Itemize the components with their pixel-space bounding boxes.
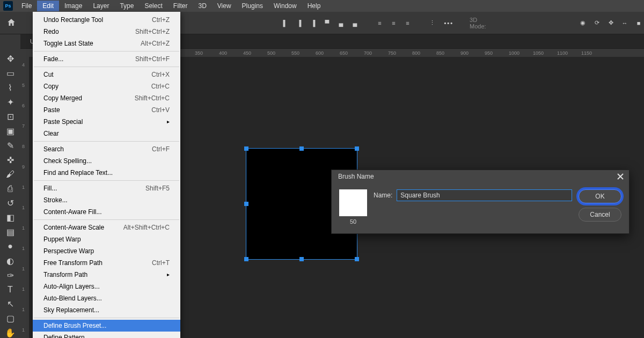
app-icon: Ps (3, 1, 13, 11)
menu-item-find-and-replace-text[interactable]: Find and Replace Text... (33, 167, 180, 179)
menu-view[interactable]: View (212, 1, 237, 11)
3d-pan-icon[interactable]: ✥ (605, 18, 616, 28)
menu-plugins[interactable]: Plugins (237, 1, 268, 11)
distribute-bottom-icon[interactable]: ≡ (402, 18, 413, 28)
brush-swatch (339, 189, 367, 216)
menu-item-fade[interactable]: Fade...Shift+Ctrl+F (33, 53, 180, 65)
handle-tl[interactable] (244, 146, 248, 151)
menu-item-perspective-warp[interactable]: Perspective Warp (33, 245, 180, 257)
menu-layer[interactable]: Layer (87, 1, 114, 11)
tool-hand[interactable]: ✋ (3, 328, 18, 338)
tool-crop[interactable]: ⊡ (3, 112, 18, 122)
tool-path[interactable]: ↖ (3, 299, 18, 309)
align-middle-icon[interactable]: ▄ (335, 18, 346, 28)
menu-select[interactable]: Select (139, 1, 167, 11)
menu-item-define-pattern[interactable]: Define Pattern... (33, 332, 180, 338)
tool-stamp[interactable]: ⎙ (3, 184, 18, 194)
distribute-top-icon[interactable]: ≡ (374, 18, 385, 28)
3d-orbit-icon[interactable]: ◉ (577, 18, 588, 28)
menu-help[interactable]: Help (302, 1, 326, 11)
menu-item-copy-merged[interactable]: Copy MergedShift+Ctrl+C (33, 92, 180, 104)
menu-item-free-transform-path[interactable]: Free Transform PathCtrl+T (33, 257, 180, 269)
align-right-icon[interactable]: ▐ (308, 18, 318, 28)
tool-history[interactable]: ↺ (3, 198, 18, 208)
menu-separator (34, 67, 179, 67)
menu-item-content-aware-scale[interactable]: Content-Aware ScaleAlt+Shift+Ctrl+C (33, 222, 180, 233)
3d-roll-icon[interactable]: ⟳ (591, 18, 602, 28)
ok-button[interactable]: OK (579, 189, 621, 203)
handle-br[interactable] (355, 257, 359, 261)
tool-brush[interactable]: 🖌 (3, 170, 18, 180)
handle-ml[interactable] (244, 202, 248, 206)
home-icon[interactable] (6, 18, 16, 28)
menu-item-puppet-warp[interactable]: Puppet Warp (33, 233, 180, 245)
cancel-button[interactable]: Cancel (579, 208, 621, 222)
tool-move[interactable]: ✥ (3, 54, 18, 64)
menu-type[interactable]: Type (114, 1, 139, 11)
menu-separator (34, 180, 179, 181)
menu-edit[interactable]: Edit (37, 1, 59, 11)
menu-window[interactable]: Window (268, 1, 302, 11)
align-group: ▌ ▐ ▐ ▀ ▄ ▄ ≡ ≡ ≡ ⋮ (280, 18, 437, 28)
menu-item-clear[interactable]: Clear (33, 128, 180, 139)
menu-item-transform-path[interactable]: Transform Path (33, 269, 180, 281)
tool-pen[interactable]: ✑ (3, 270, 18, 281)
menu-separator (34, 51, 179, 52)
align-bottom-icon[interactable]: ▄ (349, 18, 360, 28)
tool-dodge[interactable]: ◐ (3, 256, 18, 266)
3d-mode-label: 3D Mode: (470, 17, 491, 30)
tool-rect[interactable]: ▢ (3, 313, 18, 324)
close-icon[interactable] (616, 172, 625, 181)
menu-item-fill[interactable]: Fill...Shift+F5 (33, 182, 180, 194)
handle-bm[interactable] (299, 257, 304, 261)
edit-menu: Undo Rectangle ToolCtrl+ZRedoShift+Ctrl+… (33, 12, 180, 338)
menu-item-auto-blend-layers[interactable]: Auto-Blend Layers... (33, 292, 180, 304)
handle-tm[interactable] (299, 146, 304, 151)
brush-size-label: 50 (339, 218, 367, 225)
3d-zoom-icon[interactable]: ■ (633, 18, 644, 28)
align-center-h-icon[interactable]: ▐ (294, 18, 304, 28)
menu-file[interactable]: File (16, 1, 37, 11)
menu-item-undo-rectangle-tool[interactable]: Undo Rectangle ToolCtrl+Z (33, 14, 180, 26)
tool-blur[interactable]: ● (3, 241, 18, 252)
align-left-icon[interactable]: ▌ (280, 18, 290, 28)
menu-filter[interactable]: Filter (168, 1, 193, 11)
ruler-vertical: 45678911111111 (20, 57, 29, 338)
handle-tr[interactable] (355, 146, 359, 151)
tool-wand[interactable]: ✦ (3, 97, 18, 107)
menu-item-search[interactable]: SearchCtrl+F (33, 143, 180, 155)
tool-type[interactable]: T (3, 285, 18, 295)
menu-3d[interactable]: 3D (193, 1, 211, 11)
more-icon[interactable]: ••• (444, 20, 453, 26)
align-top-icon[interactable]: ▀ (321, 18, 332, 28)
menu-item-redo[interactable]: RedoShift+Ctrl+Z (33, 26, 180, 38)
menu-item-cut[interactable]: CutCtrl+X (33, 69, 180, 80)
menu-separator (34, 318, 179, 318)
distribute-v-icon[interactable]: ≡ (388, 18, 399, 28)
toolbar: ✥▭⌇✦⊡▣✎✜🖌⎙↺◧▤●◐✑T↖▢✋ (0, 34, 20, 338)
tool-eyedropper[interactable]: ✎ (3, 141, 18, 151)
menu-item-paste-special[interactable]: Paste Special (33, 116, 180, 128)
menu-item-content-aware-fill[interactable]: Content-Aware Fill... (33, 206, 180, 218)
menu-item-copy[interactable]: CopyCtrl+C (33, 80, 180, 92)
menu-item-sky-replacement[interactable]: Sky Replacement... (33, 304, 180, 316)
distribute-h-icon[interactable]: ⋮ (427, 18, 437, 28)
tool-marquee[interactable]: ▭ (3, 68, 18, 78)
menu-item-define-brush-preset[interactable]: Define Brush Preset... (33, 320, 180, 332)
name-input[interactable] (397, 189, 572, 201)
brush-preview: 50 (339, 189, 367, 225)
3d-slide-icon[interactable]: ↔ (619, 18, 630, 28)
tool-gradient[interactable]: ▤ (3, 227, 18, 237)
tool-frame[interactable]: ▣ (3, 126, 18, 136)
menu-item-toggle-last-state[interactable]: Toggle Last StateAlt+Ctrl+Z (33, 38, 180, 49)
menu-item-stroke[interactable]: Stroke... (33, 194, 180, 206)
menu-image[interactable]: Image (59, 1, 87, 11)
handle-bl[interactable] (244, 257, 248, 261)
tool-eraser[interactable]: ◧ (3, 212, 18, 223)
menubar: Ps FileEditImageLayerTypeSelectFilter3DV… (0, 0, 644, 12)
menu-item-check-spelling[interactable]: Check Spelling... (33, 155, 180, 167)
tool-patch[interactable]: ✜ (3, 155, 18, 165)
tool-lasso[interactable]: ⌇ (3, 83, 18, 93)
menu-item-auto-align-layers[interactable]: Auto-Align Layers... (33, 281, 180, 292)
menu-item-paste[interactable]: PasteCtrl+V (33, 104, 180, 116)
